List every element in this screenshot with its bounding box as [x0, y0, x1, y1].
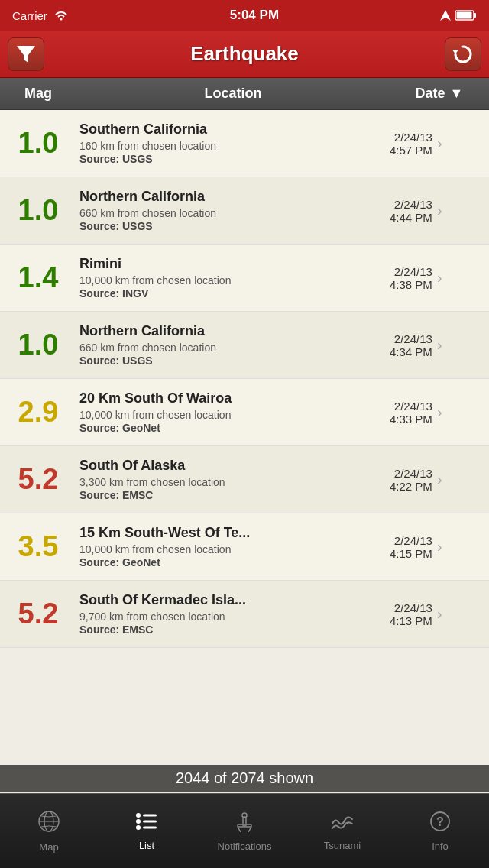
svg-rect-13 [143, 820, 157, 822]
chevron-right-icon: › [437, 538, 442, 555]
eq-name: South Of Kermadec Isla... [79, 592, 387, 609]
eq-source: Source: INGV [79, 287, 387, 300]
eq-date: 2/24/13 4:33 PM [390, 400, 432, 426]
status-bar-right [440, 10, 477, 21]
eq-magnitude: 1.0 [0, 127, 76, 160]
svg-rect-11 [143, 814, 157, 816]
filter-button[interactable] [8, 37, 44, 71]
earthquake-list: 1.0 Southern California 160 km from chos… [0, 110, 489, 648]
eq-name: Rimini [79, 256, 387, 273]
eq-date-col: 2/24/13 4:44 PM › [390, 198, 489, 224]
earthquake-row[interactable]: 1.0 Northern California 660 km from chos… [0, 312, 489, 379]
date-header: Date ▼ [390, 86, 489, 102]
eq-info: Northern California 660 km from chosen l… [76, 183, 390, 238]
eq-magnitude: 1.4 [0, 261, 76, 294]
chevron-right-icon: › [437, 605, 442, 623]
eq-source: Source: EMSC [79, 489, 387, 501]
earthquake-row[interactable]: 5.2 South Of Alaska 3,300 km from chosen… [0, 446, 489, 513]
svg-rect-4 [457, 12, 472, 19]
eq-magnitude: 5.2 [0, 598, 76, 630]
eq-date-col: 2/24/13 4:33 PM › [390, 400, 489, 426]
eq-name: South Of Alaska [79, 458, 387, 474]
eq-distance: 10,000 km from chosen location [79, 409, 387, 421]
eq-magnitude: 2.9 [0, 396, 76, 429]
sort-icon: ▼ [450, 86, 464, 102]
tab-tsunami[interactable]: Tsunami [293, 794, 391, 868]
chevron-right-icon: › [437, 202, 442, 219]
tab-info[interactable]: ? Info [391, 794, 489, 868]
eq-info: South Of Alaska 3,300 km from chosen loc… [76, 452, 390, 507]
eq-info: Southern California 160 km from chosen l… [76, 115, 390, 171]
eq-info: Northern California 660 km from chosen l… [76, 317, 390, 373]
eq-magnitude: 5.2 [0, 463, 76, 496]
eq-date-col: 2/24/13 4:57 PM › [390, 131, 489, 157]
notifications-icon [234, 811, 255, 837]
earthquake-row[interactable]: 3.5 15 Km South-West Of Te... 10,000 km … [0, 513, 489, 581]
svg-marker-5 [17, 46, 35, 63]
app-title: Earthquake [190, 42, 299, 66]
earthquake-row[interactable]: 2.9 20 Km South Of Wairoa 10,000 km from… [0, 379, 489, 446]
tsunami-icon [331, 811, 354, 837]
eq-source: Source: GeoNet [79, 422, 387, 434]
wifi-icon [53, 10, 69, 21]
earthquake-row[interactable]: 5.2 South Of Kermadec Isla... 9,700 km f… [0, 581, 489, 648]
eq-distance: 10,000 km from chosen location [79, 274, 387, 287]
eq-source: Source: USGS [79, 355, 387, 367]
filter-icon [15, 44, 37, 64]
eq-name: Northern California [79, 323, 387, 340]
location-header: Location [76, 86, 390, 102]
eq-date-col: 2/24/13 4:34 PM › [390, 332, 489, 358]
eq-date-col: 2/24/13 4:15 PM › [390, 534, 489, 560]
eq-info: 15 Km South-West Of Te... 10,000 km from… [76, 519, 390, 575]
eq-magnitude: 3.5 [0, 530, 76, 563]
eq-name: 20 Km South Of Wairoa [79, 390, 387, 407]
eq-date-col: 2/24/13 4:22 PM › [390, 467, 489, 493]
eq-magnitude: 1.0 [0, 194, 76, 227]
eq-date: 2/24/13 4:15 PM [390, 534, 432, 560]
eq-distance: 3,300 km from chosen location [79, 476, 387, 488]
tab-list[interactable]: List [98, 794, 196, 868]
eq-source: Source: EMSC [79, 623, 387, 636]
eq-date-col: 2/24/13 4:38 PM › [390, 265, 489, 291]
eq-distance: 10,000 km from chosen location [79, 543, 387, 555]
status-bar-left: Carrier [12, 9, 69, 22]
eq-name: Southern California [79, 121, 387, 138]
battery-icon [455, 10, 477, 21]
eq-source: Source: USGS [79, 153, 387, 165]
svg-rect-15 [143, 826, 157, 828]
column-headers: Mag Location Date ▼ [0, 78, 489, 110]
tab-map-label: Map [39, 841, 58, 853]
tab-notifications[interactable]: Notifications [196, 794, 293, 868]
tab-map[interactable]: Map [0, 794, 98, 868]
eq-date: 2/24/13 4:38 PM [390, 265, 432, 291]
earthquake-row[interactable]: 1.4 Rimini 10,000 km from chosen locatio… [0, 245, 489, 312]
chevron-right-icon: › [437, 403, 442, 421]
status-time: 5:04 PM [230, 8, 279, 23]
eq-date: 2/24/13 4:57 PM [390, 131, 432, 157]
svg-point-0 [60, 18, 62, 21]
eq-name: Northern California [79, 189, 387, 206]
eq-source: Source: USGS [79, 220, 387, 232]
eq-date: 2/24/13 4:13 PM [390, 601, 432, 627]
eq-magnitude: 1.0 [0, 329, 76, 361]
tab-list-label: List [139, 840, 154, 851]
svg-point-10 [136, 813, 141, 818]
eq-info: Rimini 10,000 km from chosen location So… [76, 250, 390, 306]
eq-distance: 660 km from chosen location [79, 342, 387, 354]
tab-info-label: Info [432, 840, 449, 852]
eq-name: 15 Km South-West Of Te... [79, 525, 387, 542]
svg-rect-3 [474, 13, 477, 18]
svg-text:?: ? [436, 815, 444, 828]
earthquake-row[interactable]: 1.0 Northern California 660 km from chos… [0, 177, 489, 245]
carrier-label: Carrier [12, 9, 47, 22]
refresh-icon [452, 44, 474, 65]
map-icon [37, 810, 60, 838]
eq-distance: 9,700 km from chosen location [79, 611, 387, 623]
eq-info: South Of Kermadec Isla... 9,700 km from … [76, 586, 390, 642]
refresh-button[interactable] [445, 37, 481, 71]
eq-info: 20 Km South Of Wairoa 10,000 km from cho… [76, 384, 390, 440]
svg-point-12 [136, 819, 141, 824]
svg-marker-6 [452, 50, 458, 54]
earthquake-row[interactable]: 1.0 Southern California 160 km from chos… [0, 110, 489, 177]
location-icon [440, 10, 451, 21]
